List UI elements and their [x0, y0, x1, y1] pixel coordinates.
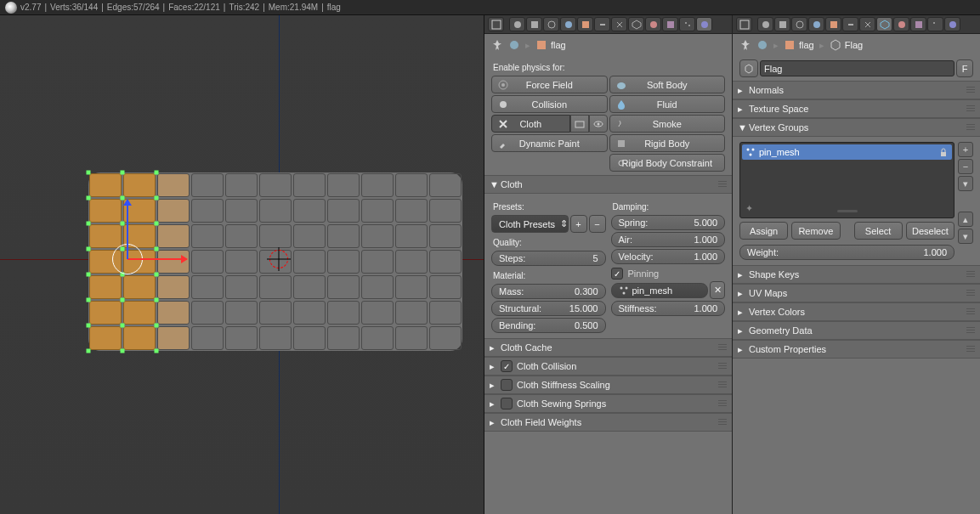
cloth-fieldweights-panel[interactable]: ▸Cloth Field Weights — [484, 413, 732, 432]
enable-physics-label: Enable physics for: — [493, 63, 723, 72]
tris-stat: Tris:242 — [229, 3, 259, 12]
bending-field[interactable]: Bending:0.500 — [491, 318, 606, 333]
context-tab-data[interactable] — [876, 17, 892, 31]
context-tab-modifiers[interactable] — [859, 17, 875, 31]
context-tab-material[interactable] — [645, 17, 661, 31]
air-field[interactable]: Air:1.000 — [611, 232, 726, 247]
context-tab-material[interactable] — [893, 17, 909, 31]
vg-move-down-button[interactable]: ▾ — [958, 229, 973, 244]
lock-icon[interactable] — [938, 147, 949, 157]
vg-move-up-button[interactable]: ▴ — [958, 212, 973, 227]
select-button[interactable]: Select — [854, 222, 903, 240]
remove-button[interactable]: Remove — [791, 222, 840, 240]
vertex-group-item[interactable]: pin_mesh — [742, 144, 952, 160]
vertex-groups-list[interactable]: pin_mesh ✦ — [739, 142, 955, 218]
context-tab-world[interactable] — [560, 17, 576, 31]
pin-group-clear[interactable]: ✕ — [710, 281, 725, 299]
soft-body-button[interactable]: Soft Body — [609, 76, 726, 93]
cloth-render-toggle[interactable] — [570, 115, 589, 133]
deselect-button[interactable]: Deselect — [906, 222, 955, 240]
preset-remove-button[interactable]: − — [589, 215, 606, 233]
svg-point-8 — [685, 22, 687, 24]
vg-specials-button[interactable]: ▾ — [958, 176, 973, 191]
mesh-data-panel: ▸ flag ▸ Flag Flag F ▸Normals ▸Texture S… — [733, 15, 980, 514]
assign-button[interactable]: Assign — [739, 222, 788, 240]
rigid-body-button[interactable]: Rigid Body — [609, 134, 726, 152]
context-tab-physics[interactable] — [696, 17, 712, 31]
uv-maps-panel[interactable]: ▸UV Maps — [733, 284, 980, 302]
fake-user-button[interactable]: F — [956, 59, 973, 77]
structural-field[interactable]: Structural:15.000 — [491, 301, 606, 316]
context-tab-constraints[interactable] — [842, 17, 858, 31]
collision-button[interactable]: Collision — [491, 95, 608, 113]
cloth-cache-panel[interactable]: ▸Cloth Cache — [484, 338, 732, 357]
object-cube-icon — [784, 39, 796, 51]
vg-add-button[interactable]: + — [958, 142, 973, 157]
cloth-collision-checkbox[interactable] — [501, 360, 513, 372]
context-tab-object[interactable] — [577, 17, 593, 31]
context-tab-scene[interactable] — [791, 17, 807, 31]
cloth-sewing-panel[interactable]: ▸Cloth Sewing Springs — [484, 394, 732, 413]
geometry-data-panel[interactable]: ▸Geometry Data — [733, 321, 980, 340]
weight-field[interactable]: Weight:1.000 — [739, 245, 955, 260]
context-tab-render[interactable] — [757, 17, 773, 31]
vertex-groups-panel-header[interactable]: ▼Vertex Groups — [733, 118, 980, 137]
steps-field[interactable]: Steps:5 — [491, 251, 606, 266]
normals-panel[interactable]: ▸Normals — [733, 81, 980, 99]
preset-add-button[interactable]: + — [570, 215, 587, 233]
context-tab-constraints[interactable] — [594, 17, 610, 31]
context-tab-layers[interactable] — [526, 17, 542, 31]
spring-field[interactable]: Spring:5.000 — [611, 215, 726, 230]
stiffness-field[interactable]: Stiffness:1.000 — [611, 301, 726, 316]
breadcrumb: ▸ flag — [484, 34, 732, 56]
cloth-display-toggle[interactable] — [589, 115, 608, 133]
dynamic-paint-button[interactable]: Dynamic Paint — [491, 134, 608, 152]
rigid-constraint-button[interactable]: Rigid Body Constraint — [609, 154, 726, 172]
vertex-colors-panel[interactable]: ▸Vertex Colors — [733, 302, 980, 321]
context-tab-object[interactable] — [825, 17, 841, 31]
texture-space-panel[interactable]: ▸Texture Space — [733, 99, 980, 118]
custom-properties-panel[interactable]: ▸Custom Properties — [733, 340, 980, 359]
editor-type-icon[interactable] — [488, 17, 504, 31]
mass-field[interactable]: Mass:0.300 — [491, 284, 606, 299]
svg-point-38 — [750, 154, 752, 156]
context-tab-texture[interactable] — [662, 17, 678, 31]
context-tab-physics[interactable] — [944, 17, 960, 31]
svg-point-23 — [622, 291, 625, 294]
context-tab-modifiers[interactable] — [611, 17, 627, 31]
svg-rect-26 — [779, 21, 786, 28]
force-field-button[interactable]: Force Field — [491, 76, 608, 93]
context-tab-layers[interactable] — [774, 17, 790, 31]
pin-icon[interactable] — [739, 39, 751, 51]
context-tab-scene[interactable] — [543, 17, 559, 31]
mesh-name-field[interactable]: Flag — [760, 60, 955, 76]
3d-viewport[interactable] — [0, 15, 484, 514]
cloth-panel-header[interactable]: ▼Cloth — [484, 175, 732, 194]
rigid-cube-icon — [615, 138, 627, 150]
smoke-button[interactable]: Smoke — [609, 115, 726, 133]
cloth-button[interactable]: Cloth — [491, 115, 570, 133]
pinning-checkbox[interactable] — [611, 268, 623, 280]
context-tab-render[interactable] — [509, 17, 525, 31]
cloth-stiffness-panel[interactable]: ▸Cloth Stiffness Scaling — [484, 376, 732, 394]
pin-group-field[interactable]: pin_mesh — [611, 283, 709, 298]
context-tab-world[interactable] — [808, 17, 824, 31]
add-vg-icon[interactable]: ✦ — [745, 203, 753, 214]
context-tab-particles[interactable] — [927, 17, 943, 31]
context-tab-texture[interactable] — [910, 17, 926, 31]
cloth-collision-panel[interactable]: ▸Cloth Collision — [484, 357, 732, 376]
resize-handle[interactable] — [837, 210, 858, 212]
editor-type-icon[interactable] — [736, 17, 752, 31]
velocity-field[interactable]: Velocity:1.000 — [611, 249, 726, 264]
pin-icon[interactable] — [491, 39, 503, 51]
vg-remove-button[interactable]: − — [958, 159, 973, 174]
cloth-stiffness-checkbox[interactable] — [501, 379, 513, 391]
context-tab-data[interactable] — [628, 17, 644, 31]
shape-keys-panel[interactable]: ▸Shape Keys — [733, 265, 980, 284]
cloth-sewing-checkbox[interactable] — [501, 398, 513, 410]
fluid-button[interactable]: Fluid — [609, 95, 726, 113]
cloth-presets-dropdown[interactable]: Cloth Presets⇕ — [491, 215, 569, 233]
context-tab-particles[interactable] — [679, 17, 695, 31]
svg-rect-31 — [915, 21, 922, 28]
mesh-browse-button[interactable] — [739, 59, 758, 77]
